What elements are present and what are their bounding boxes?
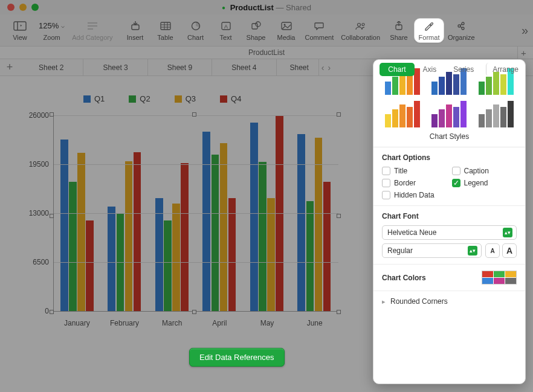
zoom-control[interactable]: 125% ⌵ Zoom [35,19,68,42]
inspector-tab-axis[interactable]: Axis [415,63,445,76]
font-style-select[interactable]: Regular ▴▾ [382,243,482,258]
selection-handle[interactable] [192,112,196,117]
close-window-button[interactable] [7,4,15,11]
plot-area: 06500130001950026000 [53,115,338,312]
format-button[interactable]: Format [414,18,444,43]
sheet-tab[interactable]: Sheet 4 [212,59,276,76]
add-category-button[interactable]: Add Category [68,19,116,42]
view-button[interactable]: View [5,19,35,42]
font-family-select[interactable]: Helvetica Neue ▴▾ [382,225,517,240]
fullscreen-window-button[interactable] [31,4,39,11]
chart-colors-button[interactable] [482,271,517,284]
x-tick-label: February [101,319,149,327]
chart-font-section: Chart Font Helvetica Neue ▴▾ Regular ▴▾ … [373,206,525,265]
insert-button[interactable]: Insert [120,19,150,42]
toolbar-overflow-button[interactable]: » [522,24,528,37]
add-category-icon [87,22,98,30]
sheet-tab[interactable]: Sheet 9 [148,59,212,76]
document-bar-title: ProductList [248,48,285,57]
bar[interactable] [134,152,141,311]
bar[interactable] [181,163,189,311]
bar[interactable] [267,198,275,311]
organize-icon [456,21,466,31]
chart-button[interactable]: Chart [181,19,211,42]
table-button[interactable]: Table [150,19,181,42]
selection-handle[interactable] [337,214,341,218]
add-sheet-corner-button[interactable]: + [517,47,529,59]
bar[interactable] [220,143,228,311]
collaboration-button[interactable]: Collaboration [337,19,384,42]
sheet-scroll-arrows: ‹ › [319,63,333,72]
option-title-checkbox[interactable]: Title [382,167,447,175]
selection-handle[interactable] [192,310,196,314]
svg-point-19 [283,24,285,25]
rounded-corners-disclosure[interactable]: ▸ Rounded Corners [373,291,525,312]
option-hidden-checkbox[interactable]: Hidden Data [382,191,517,199]
chart-style-thumb[interactable] [429,101,470,127]
bar[interactable] [86,220,94,311]
chart-legend[interactable]: Q1Q2Q3Q4 [83,94,241,103]
edit-data-references-button[interactable]: Edit Data References [189,348,285,367]
bar[interactable] [108,207,115,311]
bar[interactable] [202,132,210,311]
bar[interactable] [172,204,180,311]
bar[interactable] [228,198,236,311]
media-button[interactable]: Media [271,19,302,42]
option-border-checkbox[interactable]: Border [382,179,447,187]
shape-button[interactable]: Shape [241,19,271,42]
inspector-tab-row: Chart Axis Series Arrange [380,63,527,76]
bar[interactable] [297,134,305,311]
bar[interactable] [69,182,77,311]
inspector-tab-chart[interactable]: Chart [380,63,414,76]
sheet-tab[interactable]: Sheet 2 [19,59,83,76]
sheet-next-button[interactable]: › [328,63,331,72]
bar[interactable] [259,162,266,311]
bar[interactable] [250,123,258,311]
bar[interactable] [155,198,163,311]
inspector-tab-arrange[interactable]: Arrange [486,63,527,76]
chart-style-thumb[interactable] [382,101,423,127]
bar[interactable] [212,155,219,311]
svg-text:A: A [224,24,228,30]
svg-rect-6 [132,25,139,30]
bar[interactable] [125,161,133,311]
sheet-tab[interactable]: Sheet [277,59,319,76]
chart-options-section: Chart Options Title Caption Border ✓Lege… [373,147,525,206]
svg-rect-8 [161,22,170,30]
table-icon [160,22,171,30]
bar[interactable] [77,153,85,311]
font-smaller-button[interactable]: A [485,243,500,258]
font-bigger-button[interactable]: A [502,243,517,258]
x-tick-label: May [244,319,291,327]
titlebar: ● ProductList — Shared [0,0,533,14]
inspector-tab-series[interactable]: Series [445,63,482,76]
selection-handle[interactable] [50,214,54,218]
selection-handle[interactable] [337,112,341,117]
bar[interactable] [60,140,68,311]
bar[interactable] [323,182,331,311]
legend-item: Q1 [83,94,105,103]
option-caption-checkbox[interactable]: Caption [452,167,517,175]
chart-style-thumb[interactable] [476,101,517,127]
document-name: ProductList [230,3,274,12]
chart-object[interactable]: Q1Q2Q3Q4 06500130001950026000 JanuaryFeb… [17,112,338,327]
minimize-window-button[interactable] [19,4,27,11]
chart-font-header: Chart Font [382,212,517,220]
bar[interactable] [164,220,172,311]
option-legend-checkbox[interactable]: ✓Legend [452,179,517,187]
shape-icon [251,21,261,31]
sheet-prev-button[interactable]: ‹ [321,63,325,72]
selection-handle[interactable] [337,310,341,314]
organize-button[interactable]: Organize [444,19,479,42]
text-button[interactable]: A Text [211,19,241,42]
sheet-tab[interactable]: Sheet 3 [83,59,147,76]
bar[interactable] [306,201,314,311]
comment-button[interactable]: Comment [302,19,338,42]
x-tick-label: June [291,319,338,327]
share-button[interactable]: Share [384,19,414,42]
x-tick-label: March [148,319,196,327]
add-sheet-button[interactable]: + [0,61,19,74]
selection-handle[interactable] [50,112,54,117]
selection-handle[interactable] [50,310,54,314]
comment-icon [314,22,324,30]
